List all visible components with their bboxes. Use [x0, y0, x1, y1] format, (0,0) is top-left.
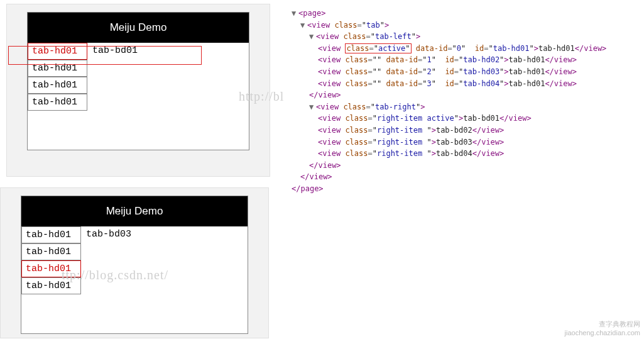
dom-node-close-page[interactable]: </page>: [283, 183, 641, 195]
tab-left: tab-hd01 tab-hd01 tab-hd01 tab-hd01: [28, 43, 87, 150]
demo-header: Meiju Demo: [21, 196, 248, 226]
tab-hd-0[interactable]: tab-hd01: [28, 43, 87, 60]
tab-hd-1[interactable]: tab-hd01: [28, 60, 87, 77]
tab-right: tab-bd01: [87, 43, 249, 150]
dom-node-hd-0[interactable]: <view class="active" data-id="0" id="tab…: [283, 43, 641, 55]
dom-node-view-tab-right[interactable]: ▼<view class="tab-right">: [283, 101, 641, 113]
tab-left: tab-hd01 tab-hd01 tab-hd01 tab-hd01: [21, 226, 81, 333]
demo-body: tab-hd01 tab-hd01 tab-hd01 tab-hd01 tab-…: [21, 226, 248, 333]
tab-hd-3[interactable]: tab-hd01: [28, 94, 87, 111]
dom-node-hd-3[interactable]: <view class="" data-id="3" id="tab-hd04"…: [283, 78, 641, 90]
highlight-class-attr: class="active": [345, 43, 411, 53]
tab-hd-3[interactable]: tab-hd01: [21, 277, 81, 294]
dom-node-bd-1[interactable]: <view class="right-item ">tab-bd02</view…: [283, 125, 641, 136]
preview-panel-1: Meiju Demo tab-hd01 tab-hd01 tab-hd01 ta…: [6, 4, 270, 177]
dom-node-hd-1[interactable]: <view class="" data-id="1" id="tab-hd02"…: [283, 54, 641, 66]
footer-watermark-line1: 查字典教程网: [565, 320, 640, 329]
dom-node-bd-2[interactable]: <view class="right-item ">tab-bd03</view…: [283, 136, 641, 148]
preview-panel-2: Meiju Demo tab-hd01 tab-hd01 tab-hd01 ta…: [0, 187, 269, 338]
tab-hd-0[interactable]: tab-hd01: [21, 226, 81, 243]
toggle-icon[interactable]: ▼: [309, 31, 316, 43]
dom-node-bd-0[interactable]: <view class="right-item active">tab-bd01…: [283, 113, 641, 125]
dom-node-close-tab[interactable]: </view>: [283, 171, 641, 183]
toggle-icon[interactable]: ▼: [309, 101, 316, 113]
footer-watermark-line2: jiaocheng.chazidian.com: [565, 329, 640, 336]
tab-right: tab-bd03: [81, 226, 248, 333]
devtools-elements[interactable]: ▼<page> ▼<view class="tab"> ▼<view class…: [283, 8, 641, 195]
dom-node-close-tab-left[interactable]: </view>: [283, 89, 641, 101]
demo-app-2: Meiju Demo tab-hd01 tab-hd01 tab-hd01 ta…: [21, 196, 248, 334]
dom-node-view-tab-left[interactable]: ▼<view class="tab-left">: [283, 31, 641, 43]
footer-watermark: 查字典教程网 jiaocheng.chazidian.com: [565, 320, 640, 336]
tab-hd-2[interactable]: tab-hd01: [28, 77, 87, 94]
toggle-icon[interactable]: ▼: [292, 8, 298, 19]
demo-app-1: Meiju Demo tab-hd01 tab-hd01 tab-hd01 ta…: [27, 12, 249, 150]
tab-hd-1[interactable]: tab-hd01: [21, 243, 81, 260]
dom-node-bd-3[interactable]: <view class="right-item ">tab-bd04</view…: [283, 148, 641, 160]
dom-node-page[interactable]: ▼<page>: [283, 8, 641, 19]
demo-body: tab-hd01 tab-hd01 tab-hd01 tab-hd01 tab-…: [28, 43, 249, 150]
dom-node-hd-2[interactable]: <view class="" data-id="2" id="tab-hd03"…: [283, 66, 641, 78]
dom-node-view-tab[interactable]: ▼<view class="tab">: [283, 19, 641, 31]
toggle-icon[interactable]: ▼: [300, 19, 307, 31]
tab-hd-2[interactable]: tab-hd01: [21, 260, 81, 277]
dom-node-close-tab-right[interactable]: </view>: [283, 160, 641, 172]
demo-header: Meiju Demo: [28, 13, 249, 43]
